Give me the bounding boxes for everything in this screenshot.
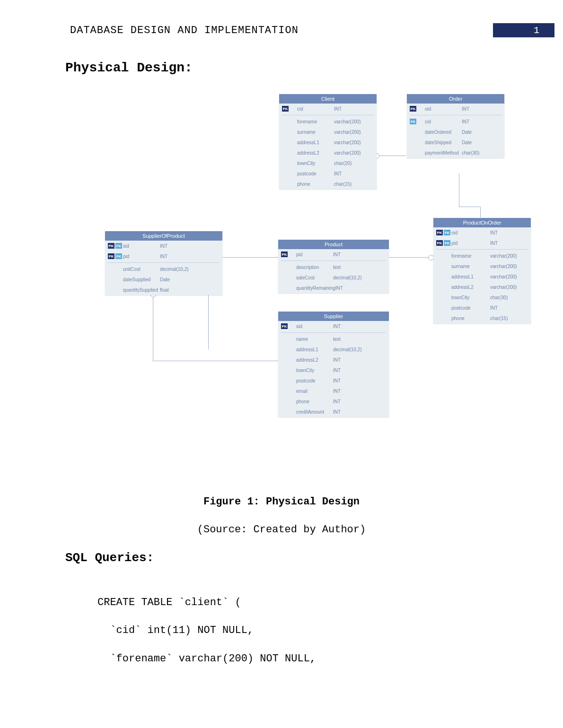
primary-key-icon: PK <box>436 230 443 235</box>
entity-column-row: addressL2varchar(200) <box>279 147 377 158</box>
column-name: saleCost <box>296 275 333 280</box>
key-cell: PKFK <box>108 243 123 249</box>
column-type: INT <box>333 409 386 415</box>
page-number-badge: 1 <box>493 23 554 37</box>
entity-column-row: FKcidINT <box>407 116 504 127</box>
column-type: text <box>333 265 386 270</box>
entity-column-row: emailINT <box>278 386 389 396</box>
column-type: decimal(10,2) <box>333 347 386 352</box>
entity-column-row: quantitySuppliedfloat <box>105 285 222 295</box>
entity-column-row: nametext <box>278 334 389 344</box>
heading-sql-queries: SQL Queries: <box>65 551 563 565</box>
entity-client: Client PKcidINTforenamevarchar(200)surna… <box>279 94 377 189</box>
connector <box>459 207 480 207</box>
column-type: decimal(10,2) <box>160 267 220 272</box>
column-name: postcode <box>297 171 334 176</box>
column-name: postcode <box>296 378 333 383</box>
column-name: forename <box>451 253 490 259</box>
page-number: 1 <box>534 25 539 36</box>
entity-column-row: townCitychar(20) <box>279 158 377 168</box>
key-cell: PK <box>282 106 297 112</box>
column-name: pid <box>123 254 160 259</box>
column-type: varchar(200) <box>334 140 374 145</box>
column-type: Date <box>462 130 501 135</box>
column-name: creditAmount <box>296 409 333 415</box>
key-cell: FK <box>410 119 425 124</box>
entity-column-row: PKpidINT <box>278 249 389 260</box>
connector <box>153 295 153 361</box>
entity-column-row: postcodeINT <box>278 375 389 386</box>
entity-column-row: forenamevarchar(200) <box>433 251 531 261</box>
entity-column-row: surnamevarchar(200) <box>433 261 531 271</box>
column-type: varchar(200) <box>334 150 374 156</box>
column-name: oid <box>451 230 490 235</box>
column-name: dateShipped <box>425 140 462 145</box>
entity-column-row: townCityINT <box>278 365 389 375</box>
entity-column-row: PKFKpidINT <box>433 238 531 248</box>
entity-title: Product <box>278 240 389 249</box>
column-name: dateSupplied <box>123 277 160 282</box>
column-type: INT <box>334 171 374 176</box>
sql-line: CREATE TABLE `client` ( <box>97 597 241 608</box>
connector <box>388 257 431 258</box>
column-name: addressL1 <box>297 140 334 145</box>
entity-column-row: townCitychar(30) <box>433 292 531 303</box>
column-type: INT <box>490 241 528 246</box>
header-title: DATABASE DESIGN AND IMPLEMENTATION <box>70 25 299 36</box>
entity-title: Client <box>279 94 377 104</box>
entity-column-row: paymentMethodchar(30) <box>407 147 504 158</box>
entity-product-on-order: ProductOnOrder PKFKoidINTPKFKpidINTforen… <box>433 218 531 323</box>
heading-physical-design: Physical Design: <box>65 61 563 75</box>
entity-column-row: dateOrderedDate <box>407 127 504 137</box>
column-type: INT <box>333 399 386 404</box>
column-name: surname <box>451 264 490 269</box>
column-name: forename <box>297 119 334 124</box>
entity-column-row: addressL1decimal(10,2) <box>278 344 389 355</box>
key-cell: PK <box>281 251 296 257</box>
entity-column-row: unitCostdecimal(10,2) <box>105 264 222 274</box>
primary-key-icon: PK <box>108 243 114 249</box>
entity-product: Product PKpidINTdescriptiontextsaleCostd… <box>278 240 389 293</box>
column-name: townCity <box>296 368 333 373</box>
column-type: INT <box>160 254 220 259</box>
column-type: decimal(10,2) <box>333 275 386 280</box>
primary-key-icon: PK <box>436 240 443 246</box>
entity-column-row: PKoidINT <box>407 104 504 114</box>
column-type: varchar(200) <box>334 119 374 124</box>
entity-column-row: postcodeINT <box>433 303 531 313</box>
column-type: char(15) <box>334 182 374 187</box>
column-type: varchar(200) <box>490 285 528 290</box>
connector <box>480 207 481 217</box>
column-type: char(15) <box>490 316 528 321</box>
column-type: INT <box>490 230 528 235</box>
entity-column-row: addressL2varchar(200) <box>433 282 531 292</box>
column-name: description <box>296 265 333 270</box>
column-type: varchar(200) <box>490 274 528 279</box>
entity-order: Order PKoidINTFKcidINTdateOrderedDatedat… <box>407 94 504 158</box>
key-cell: PK <box>410 106 425 112</box>
column-name: sid <box>296 324 333 329</box>
primary-key-icon: PK <box>281 323 288 329</box>
separator <box>281 332 386 333</box>
column-name: pid <box>296 252 333 257</box>
separator <box>108 262 220 263</box>
erd-diagram: Client PKcidINTforenamevarchar(200)surna… <box>95 94 530 491</box>
entity-column-row: phoneINT <box>278 396 389 407</box>
entity-column-row: phonechar(15) <box>433 313 531 323</box>
header: DATABASE DESIGN AND IMPLEMENTATION 1 <box>0 23 563 38</box>
column-type: INT <box>333 324 386 329</box>
column-name: addressL2 <box>296 357 333 363</box>
column-type: varchar(200) <box>334 130 374 135</box>
column-type: varchar(200) <box>490 264 528 269</box>
primary-key-icon: PK <box>108 253 114 259</box>
column-type: INT <box>333 252 386 257</box>
entity-column-row: phonechar(15) <box>279 179 377 189</box>
column-type: INT <box>334 106 374 112</box>
column-name: dateOrdered <box>425 130 462 135</box>
column-type: varchar(200) <box>490 253 528 259</box>
entity-title: Supplier <box>278 312 389 321</box>
entity-title: SupplierOfProduct <box>105 231 222 241</box>
sql-line: `forename` varchar(200) NOT NULL, <box>97 653 316 665</box>
figure-source: (Source: Created by Author) <box>0 524 563 536</box>
column-type: char(30) <box>462 150 501 156</box>
